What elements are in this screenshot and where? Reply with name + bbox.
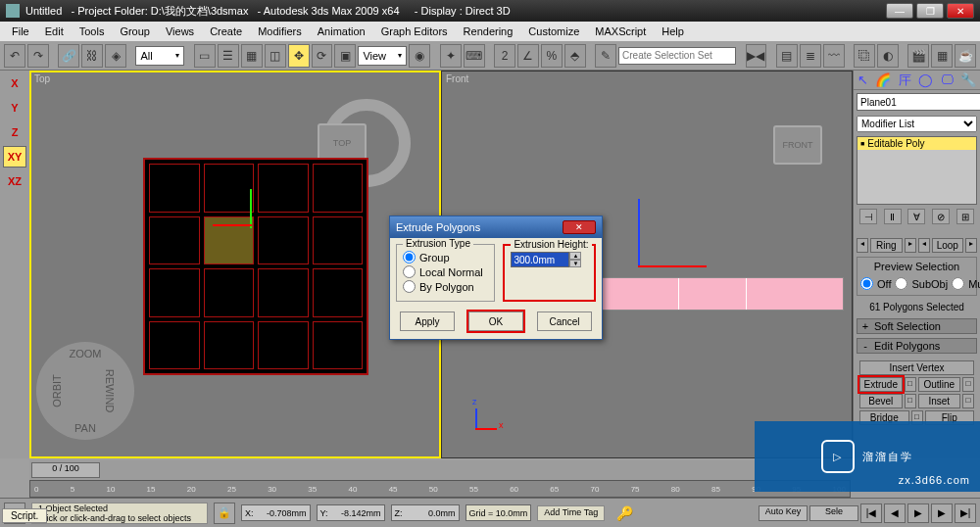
configure-icon[interactable]: ⊞ (956, 209, 974, 224)
redo-button[interactable]: ↷ (27, 44, 49, 68)
keyboard-button[interactable]: ⌨ (464, 44, 485, 68)
bevel-settings-button[interactable]: □ (905, 394, 916, 408)
goto-end-button[interactable]: ▶| (955, 503, 976, 523)
remove-mod-icon[interactable]: ⊘ (932, 209, 950, 224)
menu-animation[interactable]: Animation (312, 24, 371, 39)
link-button[interactable]: 🔗 (58, 44, 79, 68)
bind-button[interactable]: ◈ (105, 44, 126, 68)
constrain-z-button[interactable]: Z (3, 121, 26, 143)
outline-settings-button[interactable]: □ (962, 377, 974, 392)
wheel-orbit[interactable]: ORBIT (51, 374, 63, 407)
edit-polygons-rollout[interactable]: -Edit Polygons (857, 338, 977, 354)
selection-filter-dropdown[interactable]: All (135, 46, 184, 66)
dialog-cancel-button[interactable]: Cancel (537, 311, 592, 331)
outline-button[interactable]: Outline (918, 377, 961, 392)
dialog-titlebar[interactable]: Extrude Polygons ✕ (390, 216, 602, 238)
ring-minus[interactable]: ◂ (857, 238, 868, 253)
add-time-tag[interactable]: Add Time Tag (537, 505, 605, 521)
menu-maxscript[interactable]: MAXScript (589, 24, 652, 39)
soft-selection-rollout[interactable]: +Soft Selection (857, 318, 977, 334)
wheel-rewind[interactable]: REWIND (105, 369, 117, 413)
schematic-button[interactable]: ⿻ (854, 44, 875, 68)
x-coord-input[interactable] (254, 508, 307, 518)
select-button[interactable]: ▭ (194, 44, 216, 68)
select-scale-button[interactable]: ▣ (334, 44, 356, 68)
wheel-zoom[interactable]: ZOOM (70, 348, 102, 359)
ring-button[interactable]: Ring (870, 238, 903, 253)
show-result-icon[interactable]: Ⅱ (884, 209, 902, 224)
extrusion-group-radio[interactable]: Group (403, 251, 488, 264)
z-coord-input[interactable] (403, 508, 456, 518)
menu-create[interactable]: Create (204, 24, 248, 39)
ring-plus[interactable]: ▸ (905, 238, 916, 253)
dialog-apply-button[interactable]: Apply (400, 311, 455, 331)
auto-key-button[interactable]: Auto Key (759, 505, 808, 521)
display-tab-icon[interactable]: 🖵 (941, 72, 954, 87)
unique-icon[interactable]: ∀ (907, 209, 925, 224)
y-coord-input[interactable] (328, 508, 381, 518)
close-button[interactable]: ✕ (947, 3, 974, 19)
prev-frame-button[interactable]: ◀ (884, 503, 906, 523)
extrusion-bypoly-radio[interactable]: By Polygon (403, 280, 488, 293)
stack-editable-poly[interactable]: Editable Poly (858, 137, 976, 150)
mirror-button[interactable]: ▶◀ (746, 44, 767, 68)
extrude-settings-button[interactable]: □ (905, 377, 916, 392)
timeline-track[interactable]: 0 5 10 15 20 25 30 35 40 45 50 55 60 65 … (29, 480, 851, 498)
snap-2d-button[interactable]: 2 (494, 44, 515, 68)
goto-start-button[interactable]: |◀ (860, 503, 882, 523)
time-slider-handle[interactable]: 0 / 100 (31, 462, 100, 478)
preview-multi[interactable]: Multi (952, 277, 980, 290)
layers-button[interactable]: ≣ (800, 44, 821, 68)
maximize-button[interactable]: ❐ (916, 3, 944, 19)
extrusion-height-spinner[interactable]: ▲▼ (569, 252, 581, 267)
align-button[interactable]: ▤ (776, 44, 798, 68)
object-name-input[interactable] (857, 93, 980, 111)
select-region-button[interactable]: ▦ (241, 44, 263, 68)
snap-angle-button[interactable]: ∠ (517, 44, 539, 68)
modifier-list-dropdown[interactable]: Modifier List (857, 116, 977, 132)
render-frame-button[interactable]: ▦ (931, 44, 953, 68)
modify-tab-icon[interactable]: 🌈 (875, 72, 891, 87)
constrain-xy-button[interactable]: XY (3, 146, 26, 168)
menu-customize[interactable]: Customize (522, 24, 585, 39)
preview-subobj[interactable]: SubObj (895, 277, 948, 290)
snap-percent-button[interactable]: % (541, 44, 563, 68)
modifier-stack[interactable]: Editable Poly (857, 136, 977, 205)
time-slider[interactable]: 0 / 100 (29, 460, 851, 480)
menu-edit[interactable]: Edit (39, 24, 70, 39)
front-gizmo[interactable] (638, 199, 640, 267)
use-center-button[interactable]: ◉ (409, 44, 430, 68)
unlink-button[interactable]: ⛓ (81, 44, 103, 68)
render-button[interactable]: ☕ (955, 44, 976, 68)
loop-button[interactable]: Loop (932, 238, 964, 253)
menu-file[interactable]: File (6, 24, 35, 39)
extrusion-local-radio[interactable]: Local Normal (403, 265, 488, 278)
manipulate-button[interactable]: ✦ (440, 44, 462, 68)
dialog-ok-button[interactable]: OK (468, 311, 523, 331)
menu-help[interactable]: Help (656, 24, 690, 39)
lock-selection-icon[interactable]: 🔒 (214, 503, 235, 524)
constrain-y-button[interactable]: Y (3, 97, 26, 119)
insert-vertex-button[interactable]: Insert Vertex (859, 360, 974, 375)
menu-graph-editors[interactable]: Graph Editors (375, 24, 454, 39)
preview-off[interactable]: Off (860, 277, 891, 290)
hierarchy-tab-icon[interactable]: 厈 (899, 72, 911, 89)
top-gizmo[interactable] (250, 189, 252, 228)
viewcube-front-face[interactable]: FRONT (773, 125, 822, 165)
extrusion-height-input[interactable] (511, 252, 569, 267)
menu-modifiers[interactable]: Modifiers (252, 24, 308, 39)
dialog-close-button[interactable]: ✕ (563, 220, 596, 234)
steering-wheel[interactable]: ZOOM PAN ORBIT REWIND (36, 342, 134, 440)
minimize-button[interactable]: — (886, 3, 913, 19)
loop-plus[interactable]: ▸ (965, 238, 977, 253)
selection-set-button[interactable]: Sele (809, 505, 858, 521)
viewport-top[interactable]: Top TOP ZOOM PAN ORBIT REWIND (29, 71, 441, 458)
inset-button[interactable]: Inset (918, 394, 961, 408)
pin-stack-icon[interactable]: ⊣ (859, 209, 877, 224)
window-crossing-button[interactable]: ◫ (265, 44, 286, 68)
motion-tab-icon[interactable]: ◯ (918, 72, 933, 87)
bevel-button[interactable]: Bevel (859, 394, 903, 408)
utilities-tab-icon[interactable]: 🔧 (960, 72, 976, 87)
render-setup-button[interactable]: 🎬 (907, 44, 929, 68)
menu-tools[interactable]: Tools (74, 24, 111, 39)
